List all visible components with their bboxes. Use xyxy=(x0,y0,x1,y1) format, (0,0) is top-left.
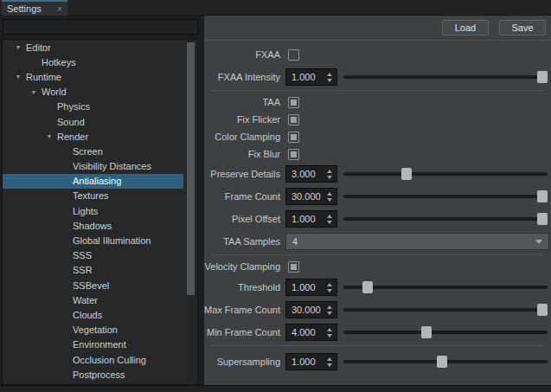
sidebar-item-postprocess[interactable]: Postprocess xyxy=(3,367,183,382)
slider-track[interactable] xyxy=(343,172,548,176)
spin-down-icon[interactable] xyxy=(327,334,332,337)
sidebar-item-world[interactable]: ▼World xyxy=(3,85,183,100)
slider-handle[interactable] xyxy=(537,213,548,225)
spin-up-icon[interactable] xyxy=(327,328,332,331)
spinbox-stepper[interactable] xyxy=(323,302,336,318)
spin-down-icon[interactable] xyxy=(327,176,332,179)
min-frame-count-slider[interactable] xyxy=(343,325,548,339)
sidebar-item-occlusion-culling[interactable]: Occlusion Culling xyxy=(3,352,183,367)
spin-up-icon[interactable] xyxy=(327,170,332,173)
sidebar-item-sound[interactable]: Sound xyxy=(3,114,183,129)
threshold-slider[interactable] xyxy=(343,280,548,294)
sidebar-item-screen[interactable]: Screen xyxy=(3,144,183,158)
threshold-spinbox[interactable]: 1.000 xyxy=(285,279,337,296)
sidebar-item-global-illumination[interactable]: Global Illumination xyxy=(3,233,183,247)
spinbox-stepper[interactable] xyxy=(323,280,336,295)
spinbox-stepper[interactable] xyxy=(323,354,336,370)
spin-up-icon[interactable] xyxy=(327,357,332,361)
tree-expander-icon[interactable]: ▼ xyxy=(10,40,26,55)
slider-handle[interactable] xyxy=(437,356,447,368)
tree-expander-icon[interactable]: ▼ xyxy=(42,129,57,144)
search-input[interactable] xyxy=(3,19,198,35)
tree-scrollbar-thumb[interactable] xyxy=(187,42,195,295)
tree-indent-spacer xyxy=(57,210,73,211)
preserve-details-spinbox[interactable]: 3.000 xyxy=(285,165,337,183)
tree-expander-icon[interactable]: ▼ xyxy=(26,85,42,100)
tree-item-label: Runtime xyxy=(26,72,61,82)
spin-down-icon[interactable] xyxy=(327,312,332,315)
sidebar-item-textures[interactable]: Textures xyxy=(3,189,183,203)
max-frame-count-spinbox[interactable]: 30.000 xyxy=(285,301,337,318)
supersampling-slider[interactable] xyxy=(343,355,548,369)
tab-settings[interactable]: Settings × xyxy=(2,0,67,16)
sidebar-item-hotkeys[interactable]: Hotkeys xyxy=(3,55,183,69)
sidebar-item-render[interactable]: ▼Render xyxy=(3,129,183,144)
spin-down-icon[interactable] xyxy=(327,363,332,367)
sidebar-item-ssr[interactable]: SSR xyxy=(3,263,183,278)
frame-count-spinbox[interactable]: 30.000 xyxy=(285,188,337,205)
spin-down-icon[interactable] xyxy=(327,221,332,224)
sidebar-item-clouds[interactable]: Clouds xyxy=(3,307,183,322)
spin-up-icon[interactable] xyxy=(327,305,332,309)
tree-item-label: Environment xyxy=(73,339,126,350)
sidebar-item-physics[interactable]: Physics xyxy=(3,100,183,114)
spin-up-icon[interactable] xyxy=(327,283,332,286)
slider-handle[interactable] xyxy=(537,71,548,83)
load-button[interactable]: Load xyxy=(442,20,489,35)
sidebar-item-environment[interactable]: Environment xyxy=(3,337,183,352)
sidebar-item-shadows[interactable]: Shadows xyxy=(3,218,183,233)
fix-blur-checkbox[interactable] xyxy=(288,149,299,160)
spin-up-icon[interactable] xyxy=(327,73,332,76)
fxaa-intensity-slider[interactable] xyxy=(343,70,548,84)
slider-handle[interactable] xyxy=(401,168,412,180)
sidebar-item-lights[interactable]: Lights xyxy=(3,203,183,218)
spin-down-icon[interactable] xyxy=(327,289,332,292)
sidebar-item-water[interactable]: Water xyxy=(3,292,183,307)
spin-up-icon[interactable] xyxy=(327,192,332,196)
spinbox-stepper[interactable] xyxy=(323,189,336,204)
tree-scrollbar[interactable] xyxy=(186,41,196,385)
sidebar-item-antialiasing[interactable]: Antialiasing xyxy=(3,174,183,189)
spin-down-icon[interactable] xyxy=(327,198,332,202)
preserve-details-slider[interactable] xyxy=(343,167,548,181)
save-button[interactable]: Save xyxy=(499,20,546,35)
taa-samples-dropdown[interactable]: 4 xyxy=(285,233,549,250)
slider-track[interactable] xyxy=(343,75,548,79)
frame-count-slider[interactable] xyxy=(343,190,548,203)
sidebar-item-vegetation[interactable]: Vegetation xyxy=(3,323,183,337)
spinbox-stepper[interactable] xyxy=(323,166,336,182)
slider-track[interactable] xyxy=(343,331,548,334)
spinbox-stepper[interactable] xyxy=(323,325,336,340)
spin-up-icon[interactable] xyxy=(327,215,332,218)
min-frame-count-spinbox[interactable]: 4.000 xyxy=(285,324,337,341)
sidebar-item-ssbevel[interactable]: SSBevel xyxy=(3,278,183,292)
spinbox-stepper[interactable] xyxy=(323,69,336,85)
tab-close-icon[interactable]: × xyxy=(57,4,62,14)
slider-track[interactable] xyxy=(343,217,548,221)
velocity-clamping-checkbox[interactable] xyxy=(288,261,299,273)
tree-item-label: Physics xyxy=(57,101,90,112)
spin-down-icon[interactable] xyxy=(327,79,332,82)
fxaa-intensity-spinbox[interactable]: 1.000 xyxy=(285,68,337,86)
max-frame-count-slider[interactable] xyxy=(343,303,548,317)
slider-track[interactable] xyxy=(343,308,548,312)
pixel-offset-slider[interactable] xyxy=(343,212,548,226)
tree-expander-icon[interactable]: ▼ xyxy=(10,69,26,84)
slider-handle[interactable] xyxy=(537,304,548,316)
taa-checkbox[interactable] xyxy=(288,97,299,108)
slider-track[interactable] xyxy=(343,195,548,198)
slider-handle[interactable] xyxy=(362,281,373,293)
sidebar-item-editor[interactable]: ▼Editor xyxy=(3,40,183,55)
color-clamping-checkbox[interactable] xyxy=(288,132,299,143)
slider-track[interactable] xyxy=(343,286,548,289)
sidebar-item-sss[interactable]: SSS xyxy=(3,248,183,263)
sidebar-item-runtime[interactable]: ▼Runtime xyxy=(3,69,183,84)
slider-handle[interactable] xyxy=(421,326,432,338)
sidebar-item-visibility-distances[interactable]: Visibility Distances xyxy=(3,159,183,174)
pixel-offset-spinbox[interactable]: 1.000 xyxy=(285,210,337,228)
fix-flicker-checkbox[interactable] xyxy=(288,114,299,125)
slider-handle[interactable] xyxy=(537,190,548,202)
supersampling-spinbox[interactable]: 1.000 xyxy=(285,353,337,370)
spinbox-stepper[interactable] xyxy=(323,211,336,227)
fxaa-checkbox[interactable] xyxy=(288,49,299,61)
